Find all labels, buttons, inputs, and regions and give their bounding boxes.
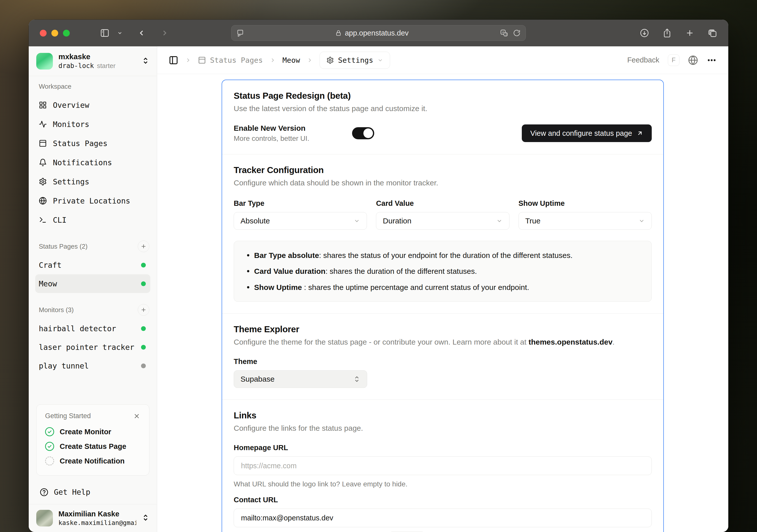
help-circle-icon [40,488,48,496]
monitor-item-hairball-detector[interactable]: hairball detector [35,319,150,338]
view-switcher-label: Settings [338,56,373,65]
sidebar-item-notifications[interactable]: Notifications [35,153,150,172]
sidebar-item-label: Settings [53,177,89,186]
feedback-shortcut-badge: F [668,54,680,66]
chevron-down-icon [353,218,360,224]
sidebar-item-label: Overview [53,101,89,110]
field-label: Show Uptime [519,199,652,207]
section-subtitle: Configure the links for the status page. [234,424,652,432]
bar-type-select[interactable]: Absolute [234,212,367,230]
sidebar-item-status-pages[interactable]: Status Pages [35,134,150,153]
sidebar-item-overview[interactable]: Overview [35,95,150,114]
view-configure-status-page-button[interactable]: View and configure status page [522,124,652,142]
getting-started-create-notification[interactable]: Create Notification [44,454,142,468]
traffic-lights [40,30,70,37]
sidebar-item-monitors[interactable]: Monitors [35,114,150,134]
enable-new-version-toggle[interactable] [352,127,374,139]
sidebar-item-settings[interactable]: Settings [35,172,150,191]
browser-window: app.openstatus.dev A文 [29,20,728,532]
section-subtitle: Configure which data should be shown in … [234,178,652,187]
sidebar-item-label: CLI [53,216,67,224]
close-window-button[interactable] [40,30,46,37]
feedback-button[interactable]: Feedback [627,56,659,64]
tab-overview-icon[interactable] [708,28,717,38]
homepage-url-input[interactable] [234,456,652,475]
workspace-plan: starter [97,62,116,70]
user-email: kaske.maximilian@gmail… [58,519,136,526]
monitors-section-label: Monitors (3) [39,306,74,314]
field-label: Homepage URL [234,444,652,452]
chevrons-up-down-icon [353,376,360,383]
add-status-page-button[interactable] [138,240,149,252]
theme-select[interactable]: Supabase [234,370,367,388]
maximize-window-button[interactable] [63,30,70,37]
grid-icon [39,101,47,109]
getting-started-create-status-page[interactable]: Create Status Page [44,439,142,454]
downloads-icon[interactable] [640,28,649,38]
status-dot [141,345,146,350]
close-icon[interactable] [133,412,140,420]
getting-started-card: Getting Started Create Monitor Create St… [36,404,149,476]
status-page-item-craft[interactable]: Craft [35,256,150,274]
sidebar-item-cli[interactable]: CLI [35,210,150,230]
getting-started-label: Create Monitor [60,428,111,436]
redesign-section: Status Page Redesign (beta) Use the late… [222,80,663,154]
chevron-down-icon[interactable] [117,30,123,36]
share-icon[interactable] [662,28,672,38]
status-page-redesign-card: Status Page Redesign (beta) Use the late… [222,79,664,532]
section-title: Theme Explorer [234,324,652,334]
list-item-label: Meow [39,279,57,288]
breadcrumb-status-pages[interactable]: Status Pages [198,56,263,65]
address-bar[interactable]: app.openstatus.dev A文 [231,25,526,41]
get-help-label: Get Help [54,488,90,496]
forward-button[interactable] [161,29,169,37]
status-page-item-meow[interactable]: Meow [35,274,150,293]
info-bullet: Bar Type absolute: shares the status of … [245,250,640,261]
globe-icon[interactable] [688,55,698,65]
back-button[interactable] [137,29,146,37]
status-pages-section-label: Status Pages (2) [39,242,88,250]
minimize-window-button[interactable] [51,30,58,37]
user-avatar [36,510,53,526]
monitor-item-play-tunnel[interactable]: play tunnel [35,357,150,375]
bell-icon [39,158,47,167]
reader-icon[interactable] [236,29,244,37]
svg-text:文: 文 [505,33,507,36]
monitor-item-laser-pointer-tracker[interactable]: laser pointer tracker [35,338,150,357]
sidebar-toggle-icon[interactable] [169,55,178,65]
workspace-avatar [36,53,53,70]
select-value: Duration [383,217,411,225]
ellipsis-icon[interactable] [707,55,717,65]
chevrons-up-down-icon [142,514,149,522]
contact-url-input[interactable] [234,509,652,527]
getting-started-create-monitor[interactable]: Create Monitor [44,424,142,439]
user-menu[interactable]: Maximilian Kaske kaske.maximilian@gmail… [29,504,157,532]
workspace-name: mxkaske [58,52,136,61]
get-help-button[interactable]: Get Help [35,481,150,504]
browser-sidebar-icon[interactable] [100,28,109,38]
getting-started-label: Create Status Page [60,442,126,451]
view-switcher-settings[interactable]: Settings [319,52,390,69]
tracker-configuration-section: Tracker Configuration Configure which da… [222,154,663,313]
getting-started-label: Create Notification [60,457,125,465]
add-monitor-button[interactable] [138,304,149,316]
lock-icon [335,30,342,36]
workspace-slug: drab-lock [58,62,94,70]
list-item-label: laser pointer tracker [39,343,134,352]
show-uptime-select[interactable]: True [519,212,652,230]
chevron-right-icon [307,57,313,63]
sidebar-item-private-locations[interactable]: Private Locations [35,191,150,210]
themes-link[interactable]: themes.openstatus.dev [529,338,613,346]
workspace-switcher[interactable]: mxkaske drab-lock starter [29,47,157,76]
new-tab-icon[interactable] [685,28,695,38]
gear-icon [39,177,47,186]
card-value-select[interactable]: Duration [376,212,509,230]
translate-icon[interactable]: A文 [500,29,508,37]
breadcrumb-page[interactable]: Meow [283,56,300,65]
info-bullet: Card Value duration: shares the duration… [245,266,640,276]
workspace-section-label: Workspace [35,83,150,90]
status-dot [141,263,146,267]
list-item-label: hairball detector [39,324,116,333]
chevron-right-icon [185,57,191,63]
reload-icon[interactable] [513,29,521,37]
